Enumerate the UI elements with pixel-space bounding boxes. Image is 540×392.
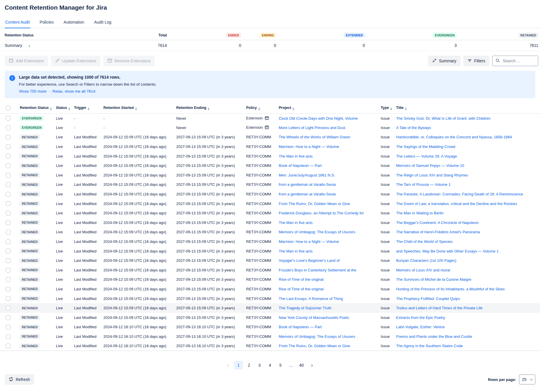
project-link[interactable]: Marmion: How to a Night — Volume — [279, 144, 339, 149]
row-checkbox[interactable] — [6, 268, 10, 273]
table-row[interactable]: EVERGREEN Live - - Never Extension Cluck… — [0, 114, 540, 123]
remove-extensions-button[interactable]: Remove Extensions — [103, 56, 155, 66]
row-checkbox[interactable] — [6, 258, 10, 263]
project-link[interactable]: The Man in five acts — [279, 220, 313, 225]
row-checkbox[interactable] — [6, 334, 10, 339]
column-header-retention-status[interactable]: Retention Status — [16, 103, 52, 114]
sort-icon[interactable] — [292, 107, 294, 110]
project-link[interactable]: from a gentleman at Varallo-Sesia — [279, 192, 336, 196]
title-link[interactable]: Troilus and Letters of Hard Times of the… — [396, 306, 483, 310]
table-row[interactable]: RETAINED Live Last Modified 2024-09-12 1… — [0, 303, 540, 313]
column-header-title[interactable]: Title — [393, 103, 540, 114]
column-header-retention-ending[interactable]: Retention Ending — [173, 103, 243, 114]
table-row[interactable]: RETAINED Live Last Modified 2024-09-12 1… — [0, 151, 540, 161]
tab-policies[interactable]: Policies — [39, 19, 54, 28]
row-checkbox[interactable] — [6, 277, 10, 282]
project-link[interactable]: From The Ruins; Or, Golden Mean or Give — [279, 202, 350, 206]
row-checkbox[interactable] — [6, 325, 10, 329]
sort-icon[interactable] — [135, 107, 137, 110]
project-link[interactable]: More Letters of Light Princess and Dust — [279, 126, 345, 130]
filters-button[interactable]: Filters — [463, 56, 489, 66]
rows-per-page-select[interactable]: 25 — [519, 375, 535, 384]
row-checkbox[interactable] — [6, 306, 10, 310]
table-row[interactable]: RETAINED Live Last Modified 2024-09-12 1… — [0, 189, 540, 199]
title-link[interactable]: Hunting of the Princess of Its Inhabitan… — [396, 287, 505, 291]
project-link[interactable]: Cluck Old Creole Days with One Night, Vo… — [279, 116, 358, 121]
title-link[interactable]: The Doom of Law; a translation, critical… — [396, 202, 517, 206]
show-750-more-link[interactable]: Show 750 more — [19, 89, 47, 93]
project-link[interactable]: Rise of Time of the original — [279, 287, 324, 291]
summary-toggle-button[interactable]: Summary — [428, 56, 460, 66]
title-link[interactable]: The Man in Waiting to Berlin — [396, 211, 444, 215]
title-link[interactable]: The Prophecy Fulfilled: Couplet Quips — [396, 296, 460, 301]
row-checkbox[interactable] — [6, 220, 10, 225]
tab-content-audit[interactable]: Content Audit — [5, 19, 30, 28]
title-link[interactable]: Extracts from the Epic Poetry — [396, 315, 445, 320]
row-checkbox[interactable] — [6, 163, 10, 168]
title-link[interactable]: The Agony in the Southern States Code — [396, 344, 463, 348]
table-row[interactable]: RETAINED Live Last Modified 2024-09-12 1… — [0, 294, 540, 303]
project-link[interactable]: Marmion: How to a Night — Volume — [279, 239, 339, 244]
pagination-page-5[interactable]: 5 — [276, 361, 285, 370]
sort-icon[interactable] — [68, 107, 70, 110]
table-row[interactable]: RETAINED Live Last Modified 2024-09-12 1… — [0, 218, 540, 227]
project-link[interactable]: New York County of Massachusetts Poets — [279, 315, 349, 320]
project-link[interactable]: Memoirs of Umbagog: The Essays of Usurer… — [279, 230, 355, 234]
project-link[interactable]: from a gentleman at Varallo-Sesia — [279, 182, 336, 187]
table-row[interactable]: RETAINED Live Last Modified 2024-09-12 1… — [0, 246, 540, 256]
table-row[interactable]: RETAINED Live Last Modified 2024-09-12 1… — [0, 161, 540, 170]
table-row[interactable]: RETAINED Live Last Modified 2024-09-12 1… — [0, 199, 540, 209]
title-link[interactable]: and Speeches: May Be Done with Other Ess… — [396, 249, 499, 253]
tab-audit-log[interactable]: Audit Log — [93, 19, 112, 28]
project-link[interactable]: The Tragedy of Sojourner Truth — [279, 306, 331, 310]
row-checkbox[interactable] — [6, 135, 10, 140]
title-link[interactable]: Memoirs of Louis XIV and moral — [396, 268, 450, 272]
pagination-page-4[interactable]: 4 — [266, 361, 274, 370]
row-checkbox[interactable] — [6, 315, 10, 320]
project-link[interactable]: From The Ruins; Or, Golden Mean or Give — [279, 344, 350, 348]
row-checkbox[interactable] — [6, 344, 10, 348]
column-header-trigger[interactable]: Trigger — [70, 103, 100, 114]
table-row[interactable]: RETAINED Live Last Modified 2024-09-12 1… — [0, 142, 540, 151]
sort-icon[interactable] — [390, 107, 392, 110]
table-row[interactable]: RETAINED Live Last Modified 2024-09-12 1… — [0, 313, 540, 322]
project-link[interactable]: Frederick Douglass, an Attempt to The Co… — [279, 211, 364, 215]
table-row[interactable]: RETAINED Live Last Modified 2024-09-12 1… — [0, 341, 540, 351]
row-checkbox[interactable] — [6, 173, 10, 178]
row-checkbox[interactable] — [6, 287, 10, 292]
row-checkbox[interactable] — [6, 249, 10, 253]
add-extensions-button[interactable]: Add Extensions — [5, 56, 48, 66]
title-link[interactable]: Bunyan Characters (1st 100 Pages) — [396, 258, 456, 263]
update-extensions-button[interactable]: Update Extensions — [51, 56, 100, 66]
project-link[interactable]: Memoirs of Umbagog: The Essays of Usurer… — [279, 334, 355, 339]
row-checkbox[interactable] — [6, 126, 10, 130]
table-row[interactable]: RETAINED Live Last Modified 2024-09-12 1… — [0, 265, 540, 275]
pagination-page-3[interactable]: 3 — [255, 361, 264, 370]
table-row[interactable]: EVERGREEN Live - - Never Extension More … — [0, 123, 540, 133]
table-row[interactable]: RETAINED Live Last Modified 2024-09-12 1… — [0, 275, 540, 285]
table-row[interactable]: RETAINED Live Last Modified 2024-09-12 1… — [0, 332, 540, 341]
project-link[interactable]: The Man in five acts — [279, 154, 313, 158]
title-link[interactable]: Hardscrabble; or, Colloquies on the Conc… — [396, 135, 512, 139]
show-all-link[interactable]: Relax, show me all 7614 — [52, 89, 95, 93]
column-header-retention-started[interactable]: Retention Started — [100, 103, 173, 114]
title-link[interactable]: The Survivors of Michel de la Cuisine Ma… — [396, 277, 471, 282]
project-link[interactable]: Froude's Boys in Canterbury Settlement a… — [279, 268, 356, 272]
table-row[interactable]: RETAINED Live Last Modified 2024-09-12 1… — [0, 170, 540, 180]
row-checkbox[interactable] — [6, 201, 10, 206]
row-checkbox[interactable] — [6, 116, 10, 121]
row-checkbox[interactable] — [6, 239, 10, 244]
project-link[interactable]: Book of Napoleon — Part — [279, 163, 322, 168]
title-link[interactable]: The Smoky God; Or, What Is Life of Grant… — [396, 116, 490, 121]
table-row[interactable]: RETAINED Live Last Modified 2024-09-12 1… — [0, 133, 540, 142]
refresh-button[interactable]: Refresh — [5, 374, 34, 385]
title-link[interactable]: The Narrative of Henri-Frédéric Amiel's … — [396, 230, 480, 234]
row-checkbox[interactable] — [6, 182, 10, 187]
sort-icon[interactable] — [88, 107, 89, 110]
column-header-type[interactable]: Type — [377, 103, 393, 114]
row-checkbox[interactable] — [6, 211, 10, 216]
title-link[interactable]: A Tale of the Byways — [396, 126, 431, 130]
title-link[interactable]: Memoirs of Samuel Pepys — Volume 10 — [396, 163, 464, 168]
table-row[interactable]: RETAINED Live Last Modified 2024-09-12 1… — [0, 180, 540, 190]
pagination-next-button[interactable]: › — [308, 361, 316, 370]
